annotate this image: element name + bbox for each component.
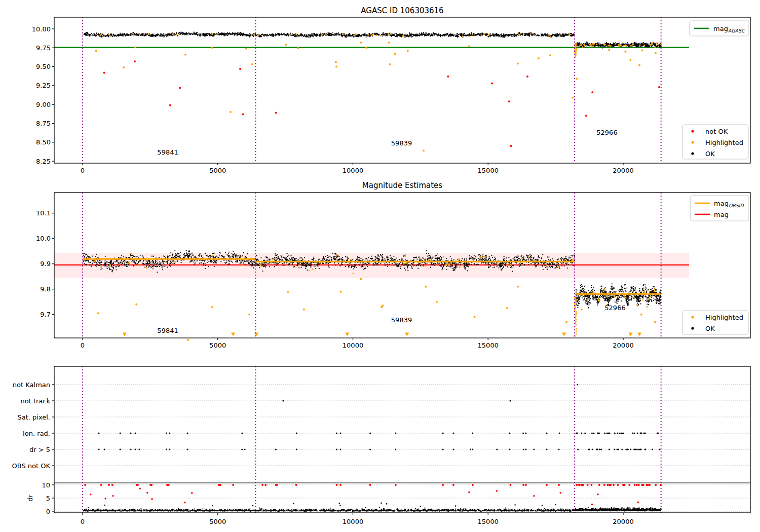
- clipped-low-markers: [122, 333, 641, 336]
- x-tick-label: 20000: [613, 167, 633, 174]
- middle-plot-title: Magnitude Estimates: [362, 181, 442, 190]
- x-tick-label: 15000: [478, 167, 499, 174]
- y-tick-label: 9.7: [40, 311, 51, 318]
- x-tick-label: 20000: [613, 518, 633, 525]
- y-tick-label: 9.9: [40, 260, 51, 268]
- y-tick-label: 10.0: [36, 235, 51, 242]
- x-tick-label: 15000: [478, 518, 499, 525]
- x-tick-label: 20000: [613, 341, 633, 349]
- dr-spike-points: [105, 503, 556, 507]
- y-tick-label: 9.50: [36, 63, 51, 70]
- not-ok-points: [104, 61, 659, 146]
- highlighted-points: [96, 43, 656, 150]
- legend-label: not OK: [705, 128, 728, 135]
- top-plot-title: AGASC ID 106303616: [361, 6, 443, 15]
- plot-frame: [54, 366, 750, 513]
- x-tick-label: 5000: [209, 518, 226, 525]
- y-tick-label: 9.8: [40, 285, 51, 293]
- flag-category-label: Sat. pixel.: [18, 413, 50, 421]
- y-tick-label: 9.75: [36, 44, 51, 52]
- y-tick-label: 8.25: [36, 158, 51, 165]
- dr-tick-label: 0: [46, 508, 50, 515]
- legend-label: OK: [705, 325, 715, 332]
- highlighted-points: [98, 279, 655, 340]
- x-tick-label: 5000: [209, 167, 226, 174]
- legend-label: Highlighted: [705, 139, 743, 146]
- legend-dot-swatch: [691, 130, 694, 132]
- legend-label: OK: [705, 150, 715, 158]
- x-tick-label: 15000: [478, 341, 499, 349]
- legend-dot-swatch: [691, 316, 694, 318]
- legend-label: Highlighted: [705, 314, 743, 321]
- obsid-annotation: 52966: [604, 304, 625, 312]
- flag-category-label: not Kalman: [13, 381, 50, 389]
- x-tick-label: 0: [81, 518, 85, 525]
- flag-category-label: OBS not OK: [12, 462, 51, 470]
- obsid-annotation: 59839: [391, 139, 412, 147]
- magnitude-plots-svg: AGASC ID 106303616 Magnitude Estimates d…: [0, 0, 760, 532]
- dr-tick-label: 10: [42, 481, 50, 489]
- legend-dot-swatch: [691, 152, 694, 155]
- obsid-annotation: 59841: [157, 327, 178, 334]
- dr-axis-label: dr: [26, 495, 34, 502]
- flag-category-label: dr > 5: [29, 446, 50, 453]
- legend-dot-swatch: [691, 327, 694, 329]
- dr-large-points: [91, 488, 638, 504]
- generated-chart-content: 5984159839529660500010000150002000010.00…: [12, 17, 751, 525]
- y-tick-label: 8.75: [36, 120, 51, 127]
- magnitude-estimates-figure: AGASC ID 106303616 Magnitude Estimates d…: [0, 0, 760, 532]
- x-tick-label: 10000: [343, 518, 363, 525]
- x-tick-label: 5000: [209, 341, 226, 349]
- dr-tick-label: 5: [46, 495, 50, 502]
- y-tick-label: 8.50: [36, 138, 51, 146]
- flag-category-label: Ion. rad.: [23, 430, 50, 437]
- x-tick-label: 0: [81, 167, 85, 174]
- legend-dot-swatch: [691, 141, 694, 143]
- x-tick-label: 10000: [343, 167, 363, 174]
- flag-category-label: not track: [20, 397, 50, 405]
- obsid-annotation: 59841: [157, 148, 178, 156]
- y-tick-label: 10.1: [36, 209, 51, 217]
- x-tick-label: 10000: [343, 341, 363, 349]
- y-tick-label: 10.00: [32, 25, 51, 33]
- highlighted-band-points: [94, 33, 661, 57]
- dr-points: [84, 507, 661, 511]
- y-tick-label: 9.00: [36, 101, 51, 108]
- legend-label: mag: [714, 211, 729, 218]
- y-tick-label: 9.25: [36, 82, 51, 89]
- obsid-annotation: 59839: [391, 316, 412, 324]
- x-tick-label: 0: [81, 341, 85, 349]
- obsid-annotation: 52966: [596, 129, 617, 136]
